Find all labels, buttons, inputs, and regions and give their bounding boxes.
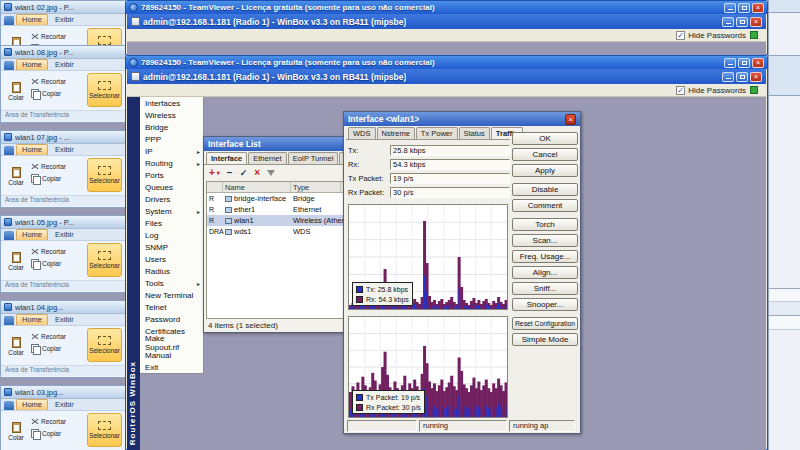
sidebar-item-routing[interactable]: Routing▸ <box>140 157 203 169</box>
paint-menu-icon[interactable] <box>4 316 14 325</box>
tab-exibir[interactable]: Exibir <box>50 230 79 240</box>
sidebar-item-ports[interactable]: Ports <box>140 169 203 181</box>
tab-home[interactable]: Home <box>16 14 48 25</box>
tab-tx-power[interactable]: Tx Power <box>416 127 458 139</box>
paint-menu-icon[interactable] <box>4 231 14 240</box>
cut-button[interactable]: Recortar <box>31 247 66 255</box>
close-button[interactable]: × <box>750 17 762 27</box>
wlan-titlebar[interactable]: Interface <wlan1> × <box>344 112 580 126</box>
sidebar-item-bridge[interactable]: Bridge <box>140 121 203 133</box>
copy-button[interactable]: Copiar <box>31 259 66 268</box>
select-button[interactable]: Selecionar <box>87 243 122 277</box>
apply-button[interactable]: Apply <box>512 164 578 177</box>
minimize-button[interactable] <box>724 3 736 13</box>
maximize-button[interactable] <box>736 17 748 27</box>
copy-button[interactable]: Copiar <box>31 429 66 438</box>
tab-eoip-tunnel[interactable]: EoIP Tunnel <box>288 152 339 164</box>
tab-home[interactable]: Home <box>16 229 48 240</box>
sidebar-item-files[interactable]: Files <box>140 217 203 229</box>
sniff-button[interactable]: Sniff... <box>512 282 578 295</box>
sidebar-item-radius[interactable]: Radius <box>140 265 203 277</box>
reset-configuration-button[interactable]: Reset Configuration <box>512 317 578 330</box>
cut-button[interactable]: Recortar <box>31 77 66 85</box>
column-header-flags[interactable] <box>207 182 223 192</box>
sidebar-item-snmp[interactable]: SNMP <box>140 241 203 253</box>
tab-exibir[interactable]: Exibir <box>50 315 79 325</box>
paint-menu-icon[interactable] <box>4 401 14 410</box>
tab-ethernet[interactable]: Ethernet <box>248 152 286 164</box>
tab-nstreme[interactable]: Nstreme <box>377 127 415 139</box>
cut-button[interactable]: Recortar <box>31 417 66 425</box>
ok-button[interactable]: OK <box>512 132 578 145</box>
comment-button[interactable]: Comment <box>512 199 578 212</box>
teamviewer-titlebar[interactable]: 789624150 - TeamViewer - Licença gratuit… <box>126 1 767 14</box>
paint-window-titlebar[interactable]: wlan1 08.jpg - P... <box>1 46 125 59</box>
sidebar-item-ip[interactable]: IP▸ <box>140 145 203 157</box>
remove-button[interactable]: − <box>227 168 233 178</box>
cut-button[interactable]: Recortar <box>31 32 66 40</box>
minimize-button[interactable] <box>722 17 734 27</box>
paint-menu-icon[interactable] <box>4 61 14 70</box>
paint-window-titlebar[interactable]: wlan1 02.jpg - P... <box>1 1 125 14</box>
paint-window-titlebar[interactable]: wlan1 07.jpg - ... <box>1 131 125 144</box>
sidebar-item-password[interactable]: Password <box>140 313 203 325</box>
sidebar-item-telnet[interactable]: Telnet <box>140 301 203 313</box>
paste-button[interactable]: Colar <box>4 328 28 365</box>
paint-menu-icon[interactable] <box>4 146 14 155</box>
tab-home[interactable]: Home <box>16 314 48 325</box>
tab-exibir[interactable]: Exibir <box>50 400 79 410</box>
select-button[interactable]: Selecionar <box>87 73 122 107</box>
sidebar-item-ppp[interactable]: PPP <box>140 133 203 145</box>
torch-button[interactable]: Torch <box>512 218 578 231</box>
add-dropdown-icon[interactable]: ▾ <box>217 168 220 178</box>
maximize-button[interactable] <box>738 58 750 68</box>
column-header-name[interactable]: Name <box>223 182 291 192</box>
disable-button[interactable]: Disable <box>512 183 578 196</box>
select-button[interactable]: Selecionar <box>87 413 122 447</box>
tab-home[interactable]: Home <box>16 59 48 70</box>
sidebar-item-queues[interactable]: Queues <box>140 181 203 193</box>
copy-button[interactable]: Copiar <box>31 174 66 183</box>
teamviewer-titlebar[interactable]: 789624150 - TeamViewer - Licença gratuit… <box>126 56 767 69</box>
paste-button[interactable]: Colar <box>4 158 28 195</box>
align-button[interactable]: Align... <box>512 266 578 279</box>
close-button[interactable]: × <box>752 58 764 68</box>
cut-button[interactable]: Recortar <box>31 332 66 340</box>
maximize-button[interactable] <box>736 72 748 82</box>
tab-exibir[interactable]: Exibir <box>50 60 79 70</box>
paste-button[interactable]: Colar <box>4 73 28 110</box>
close-button[interactable]: × <box>750 72 762 82</box>
sidebar-item-drivers[interactable]: Drivers <box>140 193 203 205</box>
sidebar-item-users[interactable]: Users <box>140 253 203 265</box>
freq-usage-button[interactable]: Freq. Usage... <box>512 250 578 263</box>
sidebar-item-log[interactable]: Log <box>140 229 203 241</box>
cancel-button[interactable]: Cancel <box>512 148 578 161</box>
enable-button[interactable]: ✓ <box>240 168 248 178</box>
hide-passwords-checkbox[interactable]: ✓ Hide Passwords <box>676 31 746 40</box>
tab-exibir[interactable]: Exibir <box>50 145 79 155</box>
paste-button[interactable]: Colar <box>4 243 28 280</box>
paste-button[interactable]: Colar <box>4 413 28 450</box>
tab-home[interactable]: Home <box>16 399 48 410</box>
winbox-titlebar[interactable]: admin@192.168.1.181 (Radio 1) - WinBox v… <box>127 69 766 84</box>
paint-window-titlebar[interactable]: wlan1 04.jpg... <box>1 301 125 314</box>
minimize-button[interactable] <box>724 58 736 68</box>
close-button[interactable]: × <box>565 114 576 125</box>
tab-status[interactable]: Status <box>459 127 490 139</box>
maximize-button[interactable] <box>738 3 750 13</box>
scan-button[interactable]: Scan... <box>512 234 578 247</box>
sidebar-item-wireless[interactable]: Wireless <box>140 109 203 121</box>
cut-button[interactable]: Recortar <box>31 162 66 170</box>
simple-mode-button[interactable]: Simple Mode <box>512 333 578 346</box>
tab-interface[interactable]: Interface <box>206 152 247 164</box>
sidebar-item-tools[interactable]: Tools▸ <box>140 277 203 289</box>
sidebar-item-make-supout-rif[interactable]: Make Supout.rif <box>140 337 203 349</box>
snooper-button[interactable]: Snooper... <box>512 298 578 311</box>
tab-home[interactable]: Home <box>16 144 48 155</box>
paint-menu-icon[interactable] <box>4 16 14 25</box>
winbox-titlebar[interactable]: admin@192.168.1.181 (Radio 1) - WinBox v… <box>127 14 766 29</box>
column-header-type[interactable]: Type <box>291 182 341 192</box>
paint-window-titlebar[interactable]: wlan1 03.jpg... <box>1 386 125 399</box>
close-button[interactable]: × <box>752 3 764 13</box>
minimize-button[interactable] <box>722 72 734 82</box>
